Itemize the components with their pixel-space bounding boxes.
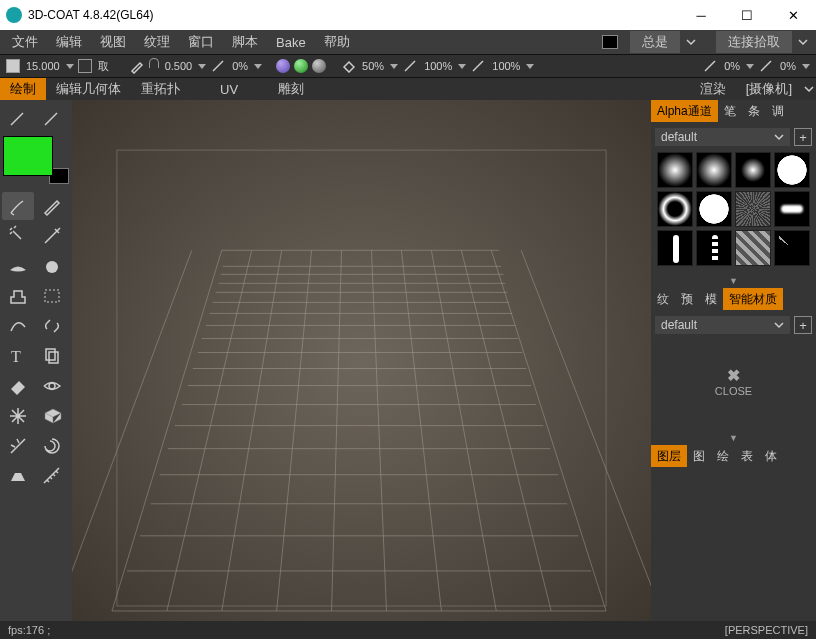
dropdown-icon[interactable] — [198, 64, 206, 69]
tab-smart-material[interactable]: 智能材质 — [723, 288, 783, 310]
menu-bake[interactable]: Bake — [268, 33, 314, 52]
menu-view[interactable]: 视图 — [92, 31, 134, 53]
dropdown-icon[interactable] — [254, 64, 262, 69]
add-alpha-button[interactable]: + — [794, 128, 812, 146]
tool-freeze[interactable] — [2, 402, 34, 430]
dropdown-icon[interactable] — [802, 78, 816, 100]
camera-dropdown[interactable]: [摄像机] — [736, 78, 802, 100]
tab-layer[interactable]: 图层 — [651, 445, 687, 467]
tab-image[interactable]: 图 — [687, 445, 711, 467]
mode-uv[interactable]: UV — [190, 78, 268, 100]
tool-block[interactable] — [36, 402, 68, 430]
tool-smudge[interactable] — [2, 252, 34, 280]
alpha-preset-dropdown[interactable]: default — [655, 128, 790, 146]
pick-label[interactable]: 取 — [96, 59, 111, 74]
tool-eye[interactable] — [36, 372, 68, 400]
tool-sphere[interactable] — [36, 252, 68, 280]
mode-paint[interactable]: 绘制 — [0, 78, 46, 100]
mode-sculpt[interactable]: 雕刻 — [268, 78, 314, 100]
sphere-violet-icon[interactable] — [276, 59, 290, 73]
pick-toggle[interactable] — [78, 59, 92, 73]
tool-stamp[interactable] — [2, 282, 34, 310]
material-preset-dropdown[interactable]: default — [655, 316, 790, 334]
tool-copy[interactable] — [36, 342, 68, 370]
tab-brush[interactable]: 笔 — [718, 100, 742, 122]
alpha-crack[interactable] — [774, 230, 810, 266]
tab-draw[interactable]: 绘 — [711, 445, 735, 467]
tool-eraser[interactable] — [2, 372, 34, 400]
size-value[interactable]: 15.000 — [24, 60, 62, 72]
mode-edit-geometry[interactable]: 编辑几何体 — [46, 78, 131, 100]
dropdown-icon[interactable] — [66, 64, 74, 69]
extra2-value[interactable]: 0% — [778, 60, 798, 72]
size-toggle[interactable] — [6, 59, 20, 73]
alpha-ring[interactable] — [657, 191, 693, 227]
tool-pen-b[interactable] — [36, 104, 68, 132]
alpha-hard-round[interactable] — [735, 152, 771, 188]
dropdown-icon[interactable] — [526, 64, 534, 69]
alpha-pill[interactable] — [774, 191, 810, 227]
tab-mold[interactable]: 模 — [699, 288, 723, 310]
dropdown-icon[interactable] — [746, 64, 754, 69]
tab-preview[interactable]: 预 — [675, 288, 699, 310]
tool-text[interactable]: T — [2, 342, 34, 370]
menu-help[interactable]: 帮助 — [316, 31, 358, 53]
tool-spray[interactable] — [2, 222, 34, 250]
panel-collapse-icon[interactable]: ▼ — [651, 274, 816, 288]
tab-texture[interactable]: 纹 — [651, 288, 675, 310]
tab-table[interactable]: 表 — [735, 445, 759, 467]
tool-link[interactable] — [36, 312, 68, 340]
dropdown-icon[interactable] — [798, 37, 808, 47]
menu-window[interactable]: 窗口 — [180, 31, 222, 53]
tab-adjust[interactable]: 调 — [766, 100, 790, 122]
alpha-soft-round-2[interactable] — [696, 152, 732, 188]
minimize-button[interactable]: ─ — [678, 0, 724, 30]
opacity-value[interactable]: 0% — [230, 60, 250, 72]
mode-render[interactable]: 渲染 — [690, 78, 736, 100]
dropdown-icon[interactable] — [686, 37, 696, 47]
mode-retopo[interactable]: 重拓扑 — [131, 78, 190, 100]
fill-value[interactable]: 50% — [360, 60, 386, 72]
alpha-bar[interactable] — [657, 230, 693, 266]
tab-line[interactable]: 条 — [742, 100, 766, 122]
tab-alpha[interactable]: Alpha通道 — [651, 100, 718, 122]
alpha-solid-2[interactable] — [696, 191, 732, 227]
tool-brush[interactable] — [2, 192, 34, 220]
dropdown-icon[interactable] — [458, 64, 466, 69]
tool-curve[interactable] — [2, 312, 34, 340]
tool-wand[interactable] — [36, 222, 68, 250]
link-pick-button[interactable]: 连接拾取 — [716, 31, 792, 53]
alpha-solid[interactable] — [774, 152, 810, 188]
extra1-value[interactable]: 0% — [722, 60, 742, 72]
close-panel-button[interactable]: ✖ CLOSE — [655, 336, 812, 427]
tool-pencil[interactable] — [36, 192, 68, 220]
sphere-gray-icon[interactable] — [312, 59, 326, 73]
intensity1-value[interactable]: 100% — [422, 60, 454, 72]
tab-body[interactable]: 体 — [759, 445, 783, 467]
dropdown-icon[interactable] — [390, 64, 398, 69]
color-swatch[interactable] — [602, 35, 618, 49]
step-value[interactable]: 0.500 — [163, 60, 195, 72]
add-material-button[interactable]: + — [794, 316, 812, 334]
panel-collapse-icon[interactable]: ▼ — [651, 431, 816, 445]
menu-script[interactable]: 脚本 — [224, 31, 266, 53]
menu-edit[interactable]: 编辑 — [48, 31, 90, 53]
color-picker[interactable] — [3, 136, 69, 184]
sphere-green-icon[interactable] — [294, 59, 308, 73]
always-button[interactable]: 总是 — [630, 31, 680, 53]
viewport-3d[interactable] — [72, 100, 651, 621]
close-button[interactable]: ✕ — [770, 0, 816, 30]
dropdown-icon[interactable] — [802, 64, 810, 69]
tool-measure[interactable] — [36, 462, 68, 490]
menu-texture[interactable]: 纹理 — [136, 31, 178, 53]
tool-twirl[interactable] — [36, 432, 68, 460]
intensity2-value[interactable]: 100% — [490, 60, 522, 72]
tool-iron[interactable] — [2, 462, 34, 490]
maximize-button[interactable]: ☐ — [724, 0, 770, 30]
alpha-blocks[interactable] — [735, 230, 771, 266]
alpha-noise[interactable] — [735, 191, 771, 227]
alpha-chain[interactable] — [696, 230, 732, 266]
tool-pen-a[interactable] — [2, 104, 34, 132]
tool-select-rect[interactable] — [36, 282, 68, 310]
menu-file[interactable]: 文件 — [4, 31, 46, 53]
